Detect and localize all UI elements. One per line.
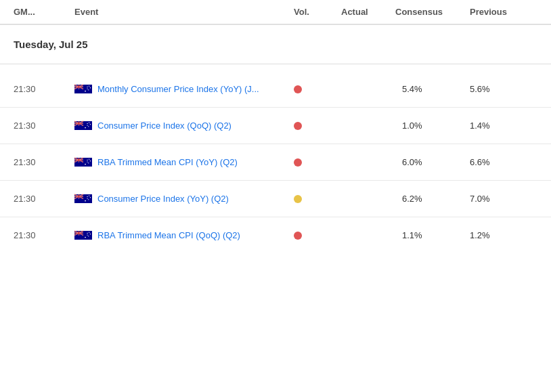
svg-point-75: [85, 237, 86, 238]
consensus-value: 5.4%: [395, 84, 470, 94]
flag-australia: [74, 83, 92, 95]
svg-point-30: [85, 127, 86, 129]
vol-indicator: [294, 85, 302, 93]
economic-calendar-table: GM... Event Vol. Actual Consensus Previo…: [0, 0, 551, 253]
svg-point-43: [88, 162, 89, 163]
svg-point-14: [87, 88, 87, 89]
svg-point-71: [89, 232, 89, 233]
flag-australia: [74, 156, 92, 168]
svg-point-10: [87, 87, 87, 87]
previous-value: 1.4%: [470, 121, 537, 131]
event-time: 21:30: [14, 84, 74, 94]
vol-indicator: [294, 232, 302, 240]
date-divider: [0, 64, 551, 64]
vol-cell: [294, 158, 341, 167]
flag-australia: [74, 230, 92, 241]
svg-point-13: [88, 89, 89, 90]
vol-indicator: [294, 158, 302, 167]
event-name[interactable]: RBA Trimmed Mean CPI (YoY) (Q2): [97, 157, 238, 167]
flag-australia: [74, 120, 92, 131]
event-name[interactable]: Consumer Price Index (YoY) (Q2): [97, 194, 229, 204]
previous-value: 6.6%: [470, 157, 537, 167]
event-time: 21:30: [14, 121, 74, 131]
vol-indicator: [294, 195, 302, 203]
svg-point-41: [89, 159, 89, 160]
col-event: Event: [74, 7, 294, 17]
svg-point-44: [87, 161, 87, 162]
event-name[interactable]: Monthly Consumer Price Index (YoY) (J...: [97, 84, 259, 94]
event-cell: Consumer Price Index (YoY) (Q2): [74, 193, 294, 204]
svg-point-40: [87, 160, 87, 160]
table-row: 21:30 Consumer Price Index (QoQ) (Q2): [0, 108, 551, 144]
col-actual: Actual: [341, 7, 395, 17]
date-label: Tuesday, Jul 25: [14, 39, 537, 50]
svg-point-45: [85, 164, 86, 165]
table-row: 21:30 Monthly Consumer: [0, 71, 551, 108]
vol-cell: [294, 232, 341, 240]
svg-point-11: [89, 86, 89, 87]
col-vol: Vol.: [294, 7, 341, 17]
table-row: 21:30 Consumer Price Index (YoY) (Q2): [0, 181, 551, 217]
svg-point-60: [85, 200, 86, 202]
consensus-value: 1.0%: [395, 121, 470, 131]
col-gmt: GM...: [14, 7, 74, 17]
vol-cell: [294, 85, 341, 93]
table-row: 21:30 RBA Trimmed Mean CPI (QoQ) (Q2): [0, 217, 551, 253]
event-cell: RBA Trimmed Mean CPI (QoQ) (Q2): [74, 230, 294, 241]
svg-point-12: [90, 87, 91, 88]
svg-point-25: [87, 123, 87, 124]
svg-point-28: [88, 126, 89, 127]
previous-value: 1.2%: [470, 230, 537, 240]
table-row: 21:30 RBA Trimmed Mean CPI (YoY) (Q2): [0, 144, 551, 181]
consensus-value: 6.0%: [395, 157, 470, 167]
event-time: 21:30: [14, 194, 74, 204]
vol-cell: [294, 195, 341, 203]
previous-value: 5.6%: [470, 84, 537, 94]
svg-point-72: [90, 234, 91, 234]
event-time: 21:30: [14, 230, 74, 240]
table-header: GM... Event Vol. Actual Consensus Previo…: [0, 0, 551, 25]
svg-point-29: [87, 125, 87, 125]
svg-point-58: [88, 199, 89, 200]
event-name[interactable]: Consumer Price Index (QoQ) (Q2): [97, 121, 232, 131]
previous-value: 7.0%: [470, 194, 537, 204]
event-cell: Monthly Consumer Price Index (YoY) (J...: [74, 83, 294, 95]
date-section-tuesday: Tuesday, Jul 25: [0, 25, 551, 57]
event-time: 21:30: [14, 157, 74, 167]
consensus-value: 1.1%: [395, 230, 470, 240]
svg-point-73: [88, 236, 89, 236]
svg-point-59: [87, 198, 87, 198]
consensus-value: 6.2%: [395, 194, 470, 204]
flag-australia: [74, 193, 92, 204]
col-previous: Previous: [470, 7, 537, 17]
svg-point-57: [90, 197, 91, 198]
event-cell: Consumer Price Index (QoQ) (Q2): [74, 120, 294, 131]
col-consensus: Consensus: [395, 7, 470, 17]
vol-indicator: [294, 122, 302, 130]
event-name[interactable]: RBA Trimmed Mean CPI (QoQ) (Q2): [97, 230, 240, 240]
svg-point-27: [90, 124, 91, 125]
svg-point-15: [85, 91, 86, 92]
svg-point-55: [87, 196, 87, 197]
svg-point-70: [87, 233, 87, 234]
svg-point-42: [90, 160, 91, 161]
svg-point-26: [89, 123, 89, 123]
svg-point-74: [87, 234, 87, 235]
event-cell: RBA Trimmed Mean CPI (YoY) (Q2): [74, 156, 294, 168]
svg-point-56: [89, 196, 89, 196]
vol-cell: [294, 122, 341, 130]
